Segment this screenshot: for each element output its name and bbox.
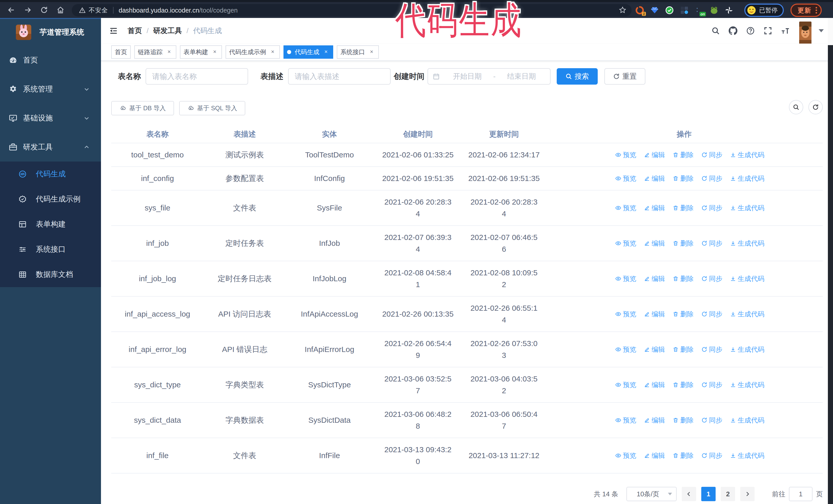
sidebar-item-home[interactable]: 首页 [0, 46, 101, 75]
page-button-1[interactable]: 1 [701, 487, 716, 501]
tag-close-icon[interactable]: × [166, 48, 173, 56]
table-row[interactable]: inf_job_log定时任务日志表InfJobLog2021-02-08 04… [111, 261, 823, 296]
user-menu[interactable] [799, 17, 824, 45]
sidebar-item-db-doc[interactable]: 数据库文档 [0, 262, 101, 287]
action-gen[interactable]: 生成代码 [730, 149, 764, 161]
goto-page-input[interactable]: 1 [789, 487, 812, 501]
date-range-picker[interactable]: 开始日期 - 结束日期 [428, 68, 551, 85]
breadcrumb-group[interactable]: 研发工具 [153, 26, 182, 35]
action-sync[interactable]: 同步 [701, 172, 722, 184]
action-preview[interactable]: 预览 [615, 343, 636, 355]
extension-orange-icon[interactable]: 1 [636, 6, 644, 14]
extension-check-icon[interactable] [665, 6, 673, 14]
table-row[interactable]: tool_test_demo测试示例表ToolTestDemo2021-02-0… [111, 143, 823, 167]
header-search-icon[interactable] [707, 18, 724, 44]
action-del[interactable]: 删除 [672, 202, 694, 214]
action-sync[interactable]: 同步 [701, 343, 722, 355]
tag-codegen-example[interactable]: 代码生成示例× [225, 45, 280, 59]
action-preview[interactable]: 预览 [615, 202, 636, 214]
table-row[interactable]: sys_dict_data字典数据表SysDictData2021-03-06 … [111, 403, 823, 438]
extension-frog-icon[interactable] [710, 6, 718, 14]
action-edit[interactable]: 编辑 [644, 273, 665, 285]
table-row[interactable]: sys_dict_type字典类型表SysDictType2021-03-06 … [111, 367, 823, 403]
action-preview[interactable]: 预览 [615, 172, 636, 184]
scrollbar-thumb[interactable] [828, 18, 833, 45]
import-db-button[interactable]: 基于 DB 导入 [111, 101, 174, 115]
sidebar-item-devtools[interactable]: 研发工具 [0, 133, 101, 162]
tag-codegen[interactable]: 代码生成× [284, 45, 333, 59]
tag-close-icon[interactable]: × [269, 48, 276, 56]
sidebar-item-codegen-example[interactable]: 代码生成示例 [0, 187, 101, 212]
prev-page-button[interactable] [682, 487, 696, 501]
action-edit[interactable]: 编辑 [644, 343, 665, 355]
action-sync[interactable]: 同步 [701, 149, 722, 161]
browser-profile-chip[interactable]: 已暂停 [744, 4, 784, 17]
page-button-2[interactable]: 2 [721, 487, 735, 501]
bookmark-star-icon[interactable] [619, 6, 626, 14]
action-del[interactable]: 删除 [672, 414, 694, 426]
sidebar-collapse-icon[interactable] [109, 26, 118, 35]
action-del[interactable]: 删除 [672, 343, 694, 355]
action-preview[interactable]: 预览 [615, 149, 636, 161]
table-row[interactable]: inf_job定时任务表InfJob2021-02-07 06:39:3 420… [111, 225, 823, 261]
reset-button[interactable]: 重置 [604, 68, 645, 85]
tag-close-icon[interactable]: × [323, 48, 330, 56]
action-sync[interactable]: 同步 [701, 273, 722, 285]
action-gen[interactable]: 生成代码 [730, 343, 764, 355]
action-sync[interactable]: 同步 [701, 379, 722, 391]
action-sync[interactable]: 同步 [701, 308, 722, 320]
action-gen[interactable]: 生成代码 [730, 414, 764, 426]
action-edit[interactable]: 编辑 [644, 450, 665, 461]
help-icon[interactable] [742, 18, 759, 44]
action-edit[interactable]: 编辑 [644, 414, 665, 426]
extension-proxy-icon[interactable]: on [695, 6, 703, 14]
page-size-select[interactable]: 10条/页 [626, 487, 677, 501]
page-scrollbar[interactable] [828, 18, 833, 504]
action-edit[interactable]: 编辑 [644, 202, 665, 214]
tag-api[interactable]: 系统接口× [337, 45, 379, 59]
tag-form-builder[interactable]: 表单构建× [180, 45, 222, 59]
table-row[interactable]: sys_file文件表SysFile2021-02-06 20:28:3 420… [111, 190, 823, 225]
action-gen[interactable]: 生成代码 [730, 450, 764, 461]
action-preview[interactable]: 预览 [615, 308, 636, 320]
browser-update-button[interactable]: 更新 [790, 4, 822, 17]
action-preview[interactable]: 预览 [615, 237, 636, 249]
url-text[interactable]: dashboard.yudao.iocoder.cn/tool/codegen [119, 7, 238, 14]
action-gen[interactable]: 生成代码 [730, 379, 764, 391]
action-del[interactable]: 删除 [672, 379, 694, 391]
browser-menu-icon[interactable] [815, 7, 817, 14]
next-page-button[interactable] [740, 487, 755, 501]
home-icon[interactable] [52, 3, 69, 17]
import-sql-button[interactable]: 基于 SQL 导入 [179, 101, 245, 115]
action-sync[interactable]: 同步 [701, 237, 722, 249]
action-edit[interactable]: 编辑 [644, 172, 665, 184]
action-gen[interactable]: 生成代码 [730, 172, 764, 184]
action-preview[interactable]: 预览 [615, 379, 636, 391]
toggle-search-button[interactable] [789, 100, 803, 114]
breadcrumb-home[interactable]: 首页 [128, 26, 142, 35]
action-gen[interactable]: 生成代码 [730, 273, 764, 285]
sidebar-item-form-builder[interactable]: 表单构建 [0, 212, 101, 237]
address-bar[interactable]: 不安全 dashboard.yudao.iocoder.cn/tool/code… [72, 4, 632, 17]
table-row[interactable]: inf_api_access_logAPI 访问日志表InfApiAccessL… [111, 296, 823, 332]
action-del[interactable]: 删除 [672, 450, 694, 461]
github-icon[interactable] [724, 18, 742, 44]
back-icon[interactable] [3, 3, 20, 17]
action-sync[interactable]: 同步 [701, 414, 722, 426]
action-del[interactable]: 删除 [672, 237, 694, 249]
refresh-table-button[interactable] [808, 100, 823, 114]
action-del[interactable]: 删除 [672, 273, 694, 285]
tag-close-icon[interactable]: × [211, 48, 218, 56]
table-row[interactable]: inf_config参数配置表InfConfig2021-02-06 19:51… [111, 167, 823, 190]
action-gen[interactable]: 生成代码 [730, 202, 764, 214]
action-gen[interactable]: 生成代码 [730, 237, 764, 249]
sidebar-item-infra[interactable]: 基础设施 [0, 103, 101, 133]
action-del[interactable]: 删除 [672, 149, 694, 161]
tag-trace[interactable]: 链路追踪× [134, 45, 176, 59]
search-button[interactable]: 搜索 [557, 68, 598, 85]
reload-icon[interactable] [36, 3, 52, 17]
table-name-input[interactable] [146, 68, 248, 85]
action-gen[interactable]: 生成代码 [730, 308, 764, 320]
action-edit[interactable]: 编辑 [644, 149, 665, 161]
extension-gem-icon[interactable] [650, 6, 659, 14]
